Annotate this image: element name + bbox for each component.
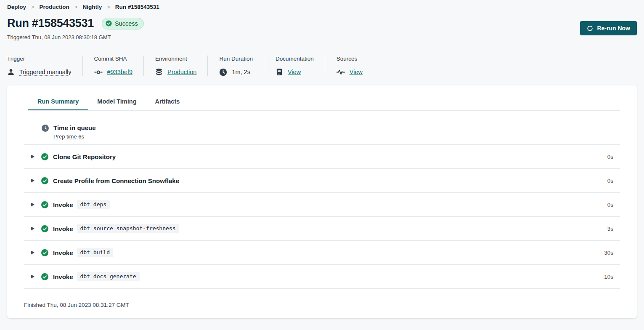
steps-list: Clone Git Repository 0s Create Profile f… <box>24 145 620 289</box>
step-row: Invoke dbt source snapshot-freshness 3s <box>24 217 620 241</box>
step-title: Create Profile from Connection Snowflake <box>53 177 179 184</box>
step-row: Clone Git Repository 0s <box>24 145 620 169</box>
success-check-icon <box>41 249 48 256</box>
meta-trigger-label: Trigger <box>7 56 72 62</box>
step-title: Invoke <box>53 249 73 256</box>
run-detail-page: Deploy > Production > Nightly > Run #158… <box>0 0 644 318</box>
meta-environment: Environment Production <box>155 56 208 76</box>
success-check-icon <box>41 153 48 160</box>
pulse-icon <box>337 69 345 75</box>
success-check-icon <box>41 201 48 208</box>
refresh-icon <box>587 25 593 32</box>
breadcrumb-item-run: Run #158543531 <box>115 4 159 10</box>
commit-icon <box>94 69 103 75</box>
meta-sources: Sources View <box>337 56 374 76</box>
tab-model-timing[interactable]: Model Timing <box>88 93 146 110</box>
run-summary-card: Run Summary Model Timing Artifacts Time … <box>7 85 637 318</box>
rerun-now-label: Re-run Now <box>597 25 630 32</box>
person-icon <box>7 68 15 76</box>
run-meta-row: Trigger Triggered manually Commit SHA #9… <box>7 56 637 76</box>
step-duration: 0s <box>607 202 620 208</box>
step-command-chip: dbt docs generate <box>77 272 140 281</box>
meta-commit-label: Commit SHA <box>94 56 133 62</box>
breadcrumb: Deploy > Production > Nightly > Run #158… <box>7 4 637 10</box>
step-duration: 3s <box>607 226 620 232</box>
meta-documentation: Documentation View <box>276 56 325 76</box>
meta-environment-value[interactable]: Production <box>167 69 196 75</box>
expand-arrow-icon[interactable] <box>31 154 34 159</box>
status-badge: Success <box>102 18 144 29</box>
step-row: Invoke dbt build 30s <box>24 241 620 265</box>
success-check-icon <box>41 177 48 184</box>
meta-documentation-value[interactable]: View <box>288 69 301 75</box>
meta-commit-value[interactable]: #933bef9 <box>107 69 133 75</box>
step-title: Invoke <box>53 273 73 280</box>
meta-trigger: Trigger Triggered manually <box>7 56 83 76</box>
page-title: Run #158543531 <box>7 17 94 30</box>
chevron-right-icon: > <box>74 4 78 10</box>
rerun-now-button[interactable]: Re-run Now <box>580 21 637 35</box>
success-check-icon <box>41 273 48 280</box>
book-icon <box>276 68 283 76</box>
expand-arrow-icon[interactable] <box>31 178 34 183</box>
prep-time-link[interactable]: Prep time 6s <box>53 133 84 140</box>
chevron-right-icon: > <box>107 4 110 10</box>
meta-trigger-value[interactable]: Triggered manually <box>19 69 72 75</box>
expand-arrow-icon[interactable] <box>31 226 34 231</box>
tab-bar: Run Summary Model Timing Artifacts <box>28 85 620 111</box>
time-in-queue-row: Time in queue Prep time 6s <box>24 111 620 145</box>
step-command-chip: dbt source snapshot-freshness <box>77 224 179 233</box>
tab-run-summary[interactable]: Run Summary <box>28 93 88 110</box>
triggered-timestamp: Triggered Thu, 08 Jun 2023 08:30:18 GMT <box>7 34 144 40</box>
step-title: Invoke <box>53 225 73 232</box>
meta-environment-label: Environment <box>155 56 196 62</box>
header: Run #158543531 Success Triggered Thu, 08… <box>7 17 637 40</box>
meta-duration-value: 1m, 2s <box>232 69 250 75</box>
clock-icon <box>42 125 49 132</box>
step-duration: 0s <box>607 178 620 184</box>
success-check-icon <box>106 20 112 27</box>
breadcrumb-item-deploy[interactable]: Deploy <box>7 4 26 10</box>
meta-sources-value[interactable]: View <box>350 69 363 75</box>
time-in-queue-title: Time in queue <box>53 124 96 131</box>
chevron-right-icon: > <box>31 4 34 10</box>
expand-arrow-icon[interactable] <box>31 202 34 207</box>
step-duration: 30s <box>604 250 620 256</box>
breadcrumb-item-nightly[interactable]: Nightly <box>82 4 102 10</box>
success-check-icon <box>41 225 48 232</box>
finished-timestamp: Finished Thu, 08 Jun 2023 08:31:27 GMT <box>24 289 620 308</box>
step-command-chip: dbt deps <box>77 200 110 209</box>
expand-arrow-icon[interactable] <box>31 274 34 279</box>
step-row: Create Profile from Connection Snowflake… <box>24 169 620 193</box>
step-row: Invoke dbt docs generate 10s <box>24 265 620 289</box>
step-command-chip: dbt build <box>77 248 113 257</box>
meta-documentation-label: Documentation <box>276 56 314 62</box>
clock-icon <box>219 68 227 76</box>
status-badge-label: Success <box>115 20 138 27</box>
meta-commit: Commit SHA #933bef9 <box>94 56 144 76</box>
step-duration: 10s <box>604 274 620 280</box>
meta-sources-label: Sources <box>337 56 363 62</box>
meta-duration: Run Duration 1m, 2s <box>219 56 264 76</box>
database-icon <box>155 68 163 76</box>
step-title: Invoke <box>53 201 73 208</box>
meta-duration-label: Run Duration <box>219 56 253 62</box>
step-row: Invoke dbt deps 0s <box>24 193 620 217</box>
step-title: Clone Git Repository <box>53 153 116 160</box>
breadcrumb-item-production[interactable]: Production <box>40 4 69 10</box>
step-duration: 0s <box>607 154 620 160</box>
tab-artifacts[interactable]: Artifacts <box>146 93 189 110</box>
expand-arrow-icon[interactable] <box>31 250 34 255</box>
